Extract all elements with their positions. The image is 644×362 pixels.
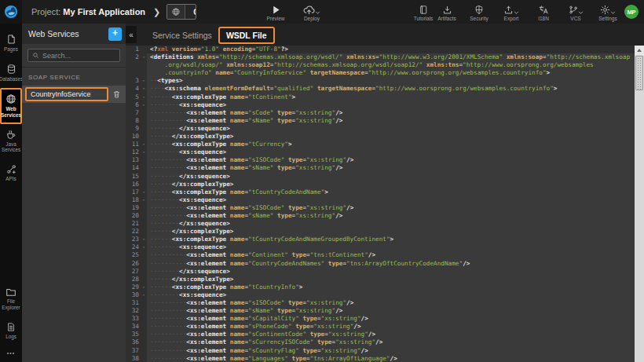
service-tab[interactable]: CountryInfoService [166,4,196,20]
fold-marker[interactable]: - [141,196,147,204]
fold-marker[interactable]: - [141,77,147,85]
code-line[interactable]: 26··········<xs:element name="CountryCod… [126,260,635,268]
code-line[interactable]: 38··········<xs:element name="Languages"… [126,355,635,362]
code-text: ··········<xs:element name="sCapitalCity… [147,315,635,323]
code-line[interactable]: 15········</xs:sequence> [126,173,635,181]
code-text: ········<xs:sequence> [147,196,635,204]
code-line[interactable]: 32··········<xs:element name="sName" typ… [126,307,635,315]
tab-wsdl-file[interactable]: WSDL File [218,27,275,44]
code-line[interactable]: .countryinfo" name="CountryInfoService" … [126,69,635,77]
code-line[interactable]: 13··········<xs:element name="sISOCode" … [126,156,635,164]
code-line[interactable]: 31··········<xs:element name="sISOCode" … [126,299,635,307]
code-line[interactable]: 17-······<xs:complexType name="tCountryC… [126,188,635,196]
code-line[interactable]: 11-······<xs:complexType name="tCurrency… [126,141,635,148]
action-tutorials[interactable]: Tutorials [412,3,435,21]
line-number: 36 [126,338,141,346]
sidebar-item-databases[interactable]: Databases [0,58,22,88]
code-line[interactable]: 24-········<xs:sequence> [126,243,635,251]
code-line[interactable]: 6-········<xs:sequence> [126,101,635,109]
code-line[interactable]: 16······</xs:complexType> [126,181,635,188]
action-i18n[interactable]: I18N [532,3,555,21]
fold-marker[interactable]: - [141,236,147,243]
fold-marker[interactable]: - [141,148,147,156]
code-line[interactable]: 21········</xs:sequence> [126,220,635,228]
action-vcs[interactable]: VCS [564,3,587,21]
sidebar-item-web-services[interactable]: Web Services [0,88,22,123]
fold-marker[interactable]: - [141,101,147,109]
sidebar-item-java-services[interactable]: Java Services [0,124,22,159]
add-service-button[interactable]: + [108,27,122,41]
code-line[interactable]: 35··········<xs:element name="sContinent… [126,331,635,338]
code-line[interactable]: 37··········<xs:element name="sCountryFl… [126,347,635,355]
code-line[interactable]: 36··········<xs:element name="sCurrencyI… [126,338,635,346]
code-text: ······<xs:complexType name="tCountryCode… [147,236,635,243]
fold-marker[interactable]: - [141,243,147,251]
service-list-item-countryinfoservice[interactable]: CountryInfoService [22,86,126,103]
trash-icon[interactable] [112,90,121,99]
action-export[interactable]: Export [499,3,523,21]
action-settings[interactable]: Settings [596,3,620,21]
fold-marker[interactable]: - [141,85,147,93]
line-number: 30 [126,291,141,299]
code-line[interactable]: 19··········<xs:element name="sISOCode" … [126,204,635,212]
action-preview[interactable]: Preview [264,3,287,21]
code-line[interactable]: 10······</xs:complexType> [126,133,635,141]
code-line[interactable]: 9········</xs:sequence> [126,125,635,133]
editor-scrollbar[interactable] [635,46,644,362]
code-line[interactable]: 8··········<xs:element name="sName" type… [126,117,635,125]
code-line[interactable]: 25··········<xs:element name="Continent"… [126,251,635,259]
code-line[interactable]: 22······</xs:complexType> [126,228,635,236]
action-security[interactable]: Security [467,3,491,21]
action-deploy[interactable]: Deploy [300,3,324,21]
sidebar-item-logs[interactable]: Logs [0,316,22,346]
user-avatar[interactable]: MP [624,5,639,19]
database-icon [6,64,16,75]
action-artifacts[interactable]: Artifacts [435,3,459,21]
code-line[interactable]: .org/wsdl/soap/" xmlns:soap12="http://sc… [126,61,635,69]
code-line[interactable]: 4-····<xs:schema elementFormDefault="qua… [126,85,635,93]
code-line[interactable]: 28······</xs:complexType> [126,276,635,283]
scrollbar-thumb[interactable] [635,56,643,90]
code-line[interactable]: 33··········<xs:element name="sCapitalCi… [126,315,635,323]
line-number: 25 [126,251,141,259]
line-number [126,69,141,77]
sidebar-item-apis[interactable]: APIs [0,159,22,188]
code-line[interactable]: 34··········<xs:element name="sPhoneCode… [126,323,635,331]
fold-marker[interactable]: - [141,283,147,291]
code-line[interactable]: 7··········<xs:element name="sCode" type… [126,109,635,117]
search-input[interactable]: Search... [27,49,120,62]
project-name[interactable]: My First Application [63,7,145,16]
fold-marker[interactable]: - [141,53,147,61]
tab-service-settings[interactable]: Service Settings [146,28,218,42]
code-line[interactable]: 23-······<xs:complexType name="tCountryC… [126,236,635,243]
code-line[interactable]: 18-········<xs:sequence> [126,196,635,204]
fold-marker[interactable]: - [141,188,147,196]
top-bar: Project: My First Application ❯ CountryI… [0,0,644,24]
code-line[interactable]: 3-··<types> [126,77,635,85]
fold-marker[interactable]: - [141,93,147,101]
code-line[interactable]: 14··········<xs:element name="sName" typ… [126,164,635,172]
scroll-up-button[interactable] [635,46,644,55]
fold-marker [141,46,147,53]
code-line[interactable]: 20··········<xs:element name="sName" typ… [126,212,635,220]
fold-marker[interactable]: - [141,291,147,299]
action-label: Preview [266,16,284,21]
code-text: ········</xs:sequence> [147,125,635,133]
code-line[interactable]: 1<?xml version="1.0" encoding="UTF-8"?> [126,46,635,53]
code-line[interactable]: 29-······<xs:complexType name="tCountryI… [126,283,635,291]
sidebar-overflow-button[interactable]: ••• [0,346,22,362]
code-area[interactable]: 1<?xml version="1.0" encoding="UTF-8"?>2… [126,46,635,362]
fold-marker [141,276,147,283]
code-line[interactable]: 5-······<xs:complexType name="tContinent… [126,93,635,101]
fold-marker[interactable]: - [141,141,147,148]
code-line[interactable]: 27········</xs:sequence> [126,268,635,276]
code-line[interactable]: 12-········<xs:sequence> [126,148,635,156]
line-number: 37 [126,347,141,355]
code-line[interactable]: 30-········<xs:sequence> [126,291,635,299]
code-text: ··········<xs:element name="sCurrencyISO… [147,338,635,346]
sidebar-item-pages[interactable]: Pages [0,28,22,58]
sidebar-item-file-explorer[interactable]: File Explorer [0,282,22,316]
collapse-panel-button[interactable]: « [126,26,137,43]
app-logo[interactable] [0,0,22,24]
code-line[interactable]: 2-<definitions xmlns="http://schemas.xml… [126,53,635,61]
